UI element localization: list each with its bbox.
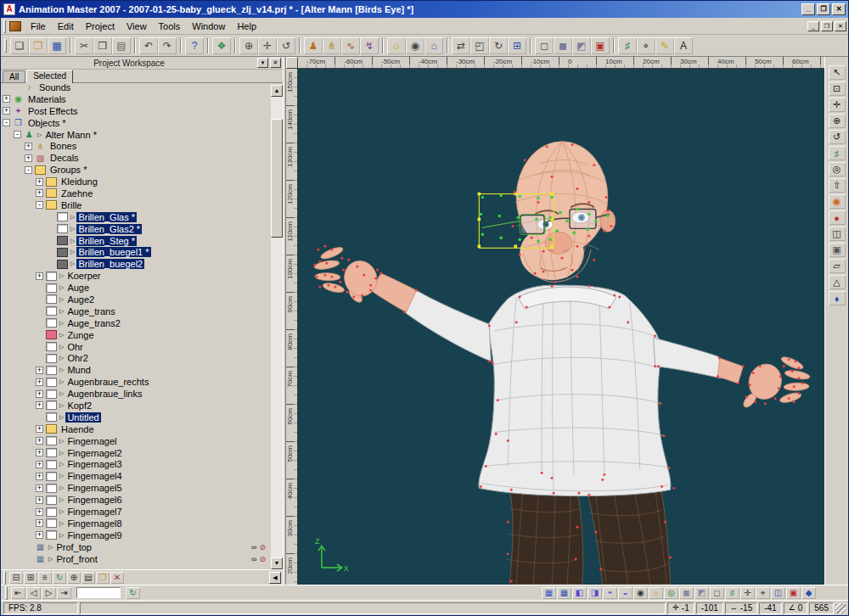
glasses-icon[interactable]: ∞ (251, 543, 256, 552)
patch-select-tool-button[interactable]: ▱ (829, 259, 846, 273)
menu-help[interactable]: Help (231, 20, 262, 33)
cp-weight-tool-button[interactable]: ◉ (829, 194, 846, 209)
tree-row[interactable]: -❒Objects * (1, 117, 271, 129)
tree-row[interactable]: +▷Kopf2 (1, 400, 271, 412)
resize-grip[interactable] (835, 603, 846, 613)
library-button[interactable]: ❖ (212, 37, 231, 54)
tree-expander[interactable]: + (36, 378, 43, 386)
cut-button[interactable]: ✂ (75, 37, 93, 54)
cameras-button[interactable]: ◉ (406, 37, 424, 54)
delete-item-button[interactable]: ✕ (110, 572, 124, 584)
right-view-button[interactable]: ◨ (588, 587, 602, 599)
tree-row[interactable]: +◉Materials (1, 93, 271, 105)
maximize-button[interactable]: ❐ (817, 3, 830, 15)
new-button[interactable]: ❏ (10, 37, 29, 54)
refresh-button[interactable]: ↻ (53, 572, 66, 584)
shaded-wire-render-button[interactable]: ◩ (694, 587, 709, 599)
tree-row[interactable]: ▷Auge (1, 282, 271, 294)
copy-button[interactable]: ❒ (93, 37, 112, 54)
tree-row[interactable]: ▷Ohr (1, 341, 271, 353)
tree-expander[interactable]: + (36, 367, 43, 374)
light-view-button[interactable]: ☼ (649, 587, 663, 599)
bound-group-tool-button[interactable]: ⊡ (829, 81, 846, 96)
expand-all-button[interactable]: ⊞ (24, 572, 37, 584)
muscle-mode-button[interactable]: ∿ (341, 37, 360, 54)
tree-expander[interactable]: - (36, 201, 43, 209)
translate-manipulator-button[interactable]: ⇄ (452, 37, 470, 54)
tree-row[interactable]: +▷Fingernagel (1, 435, 271, 447)
tree-row[interactable]: +▷Fingernagel5 (1, 482, 271, 494)
lock-icon[interactable]: ⊘ (259, 543, 266, 552)
camera-view-button[interactable]: ◉ (633, 587, 648, 599)
grid-snap-tool-button[interactable]: ♯ (829, 146, 846, 160)
snap-toggle-button[interactable]: ⌖ (756, 587, 770, 599)
move-button[interactable]: ✛ (258, 37, 277, 54)
tree-row[interactable]: ▷Brillen_buegel1 * (1, 246, 271, 258)
jump-to-end-button[interactable]: ⇥ (57, 587, 71, 599)
open-button[interactable]: ❐ (29, 37, 48, 54)
front-view-button[interactable]: ▦ (542, 587, 556, 599)
tree-row[interactable]: +▷Fingernagel7 (1, 506, 271, 518)
tree-expander[interactable]: - (25, 166, 32, 174)
close-button[interactable]: ✕ (832, 3, 846, 15)
render-mode-button[interactable]: ▣ (591, 37, 610, 54)
text-tool-button[interactable]: A (674, 37, 693, 54)
tree-expander[interactable]: + (25, 143, 32, 150)
top-view-button[interactable]: ◓ (603, 587, 617, 599)
tree-row[interactable]: ▷Brillen_buegel2 (1, 258, 271, 270)
tree-row[interactable]: ▷Brillen_Glas * (1, 211, 271, 223)
normals-tool-button[interactable]: △ (829, 275, 846, 289)
close-panel-button[interactable]: ✕ (270, 58, 281, 68)
back-view-button[interactable]: ▦ (557, 587, 571, 599)
turn-view-tool-button[interactable]: ↺ (829, 130, 846, 144)
hide-tool-button[interactable]: ◫ (829, 227, 846, 241)
model-mode-button[interactable]: ♟ (304, 37, 323, 54)
tree-row[interactable]: +▷Fingernagel2 (1, 447, 271, 459)
menu-grip[interactable] (3, 20, 6, 33)
tree-row[interactable]: +Zaehne (1, 188, 271, 199)
tree-expander[interactable]: + (36, 272, 43, 280)
tree-expander[interactable]: + (36, 531, 43, 539)
horizontal-ruler[interactable]: -70cm-60cm-50cm-40cm-30cm-20cm-10cm010cm… (298, 57, 824, 69)
tree-row[interactable]: +▷Koerper (1, 270, 271, 282)
tree-row[interactable]: +Kleidung (1, 176, 271, 188)
new-folder-button[interactable]: ❐ (96, 572, 110, 584)
child-window-icon[interactable] (9, 21, 21, 31)
scroll-down-button[interactable]: ▼ (271, 557, 283, 569)
tree-row[interactable]: +⋔Bones (1, 140, 271, 152)
glasses-icon[interactable]: ∞ (251, 555, 256, 563)
previous-frame-button[interactable]: ◁ (26, 587, 41, 599)
bones-mode-button[interactable]: ⋔ (323, 37, 341, 54)
menu-file[interactable]: File (25, 20, 52, 33)
save-button[interactable]: ▦ (48, 37, 66, 54)
tree-expander[interactable]: + (36, 189, 43, 197)
shaded-render-button[interactable]: ◼ (679, 587, 694, 599)
vertical-ruler[interactable]: 150cm140cm130cm120cm110cm100cm90cm80cm70… (286, 69, 298, 585)
tree-row[interactable]: ▷Auge_trans2 (1, 317, 271, 329)
tree-expander[interactable]: + (25, 154, 32, 162)
paste-button[interactable]: ▤ (112, 37, 131, 54)
menu-edit[interactable]: Edit (52, 20, 80, 33)
tree-expander[interactable]: + (36, 519, 43, 527)
choreography-button[interactable]: ⌂ (424, 37, 443, 54)
render-lock-button[interactable]: ▣ (786, 587, 801, 599)
child-close-button[interactable]: ✕ (835, 21, 846, 31)
bottom-toolbar-grip[interactable] (5, 586, 8, 600)
tree-row[interactable]: ▷Untitled (1, 412, 271, 423)
menu-project[interactable]: Project (80, 20, 121, 33)
shaded-mode-button[interactable]: ◼ (554, 37, 572, 54)
tree-row[interactable]: ▦▷Prof_top∞⊘ (1, 541, 271, 553)
tree-expander[interactable]: - (3, 119, 10, 126)
tree-row[interactable]: ▷Auge_trans (1, 305, 271, 317)
workspace-toolbar-grip[interactable] (3, 571, 6, 585)
ruler-corner[interactable] (286, 57, 298, 69)
wireframe-render-button[interactable]: ◻ (710, 587, 724, 599)
manipulator-toggle-button[interactable]: ✛ (740, 587, 755, 599)
tree-row[interactable]: +▷Fingernagel4 (1, 470, 271, 482)
dynamics-mode-button[interactable]: ↯ (360, 37, 379, 54)
tree-row[interactable]: +✦Post Effects (1, 105, 271, 117)
tree-expander[interactable]: + (3, 95, 10, 103)
select-tool-button[interactable]: ↖ (829, 65, 846, 80)
list-view-button[interactable]: ≡ (38, 572, 52, 584)
rotate-manipulator-button[interactable]: ↻ (489, 37, 508, 54)
